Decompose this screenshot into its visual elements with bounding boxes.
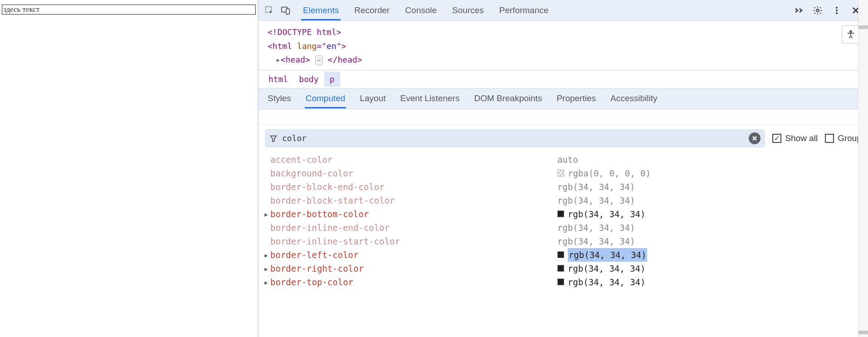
property-value: auto xyxy=(539,153,864,166)
breadcrumb-item-selected[interactable]: p xyxy=(324,72,340,87)
svg-point-4 xyxy=(836,7,838,9)
computed-property-row[interactable]: accent-colorauto xyxy=(258,153,868,166)
computed-property-row[interactable]: border-block-start-colorrgb(34, 34, 34) xyxy=(258,194,868,207)
color-swatch-icon[interactable] xyxy=(557,265,564,272)
dom-line[interactable]: <!DOCTYPE html> xyxy=(268,25,859,39)
kebab-menu-icon[interactable] xyxy=(830,4,844,17)
dom-tree[interactable]: <!DOCTYPE html> <html lang="en"> ▸<head>… xyxy=(258,21,868,70)
group-checkbox[interactable]: Group xyxy=(825,133,862,143)
computed-properties-list: accent-colorautobackground-colorrgba(0, … xyxy=(258,152,868,289)
collapsed-dots-icon[interactable]: ⋯ xyxy=(315,55,323,65)
property-value: rgb(34, 34, 34) xyxy=(539,262,864,275)
subtab-layout[interactable]: Layout xyxy=(359,89,386,108)
filter-icon xyxy=(269,134,278,142)
tab-performance[interactable]: Performance xyxy=(497,1,551,20)
svg-point-7 xyxy=(850,31,852,33)
device-toggle-icon[interactable] xyxy=(278,2,294,19)
property-name: border-inline-start-color xyxy=(270,234,400,248)
property-name: border-inline-end-color xyxy=(270,221,390,234)
filter-input[interactable] xyxy=(282,133,744,143)
subtab-computed[interactable]: Computed xyxy=(305,89,346,108)
property-name: border-block-start-color xyxy=(270,194,395,207)
more-tabs-icon[interactable] xyxy=(792,4,805,17)
dom-line[interactable]: ▸<head> ⋯ </head> xyxy=(268,53,859,67)
styles-subtabs: Styles Computed Layout Event Listeners D… xyxy=(258,88,868,109)
computed-property-row[interactable]: ▸border-top-colorrgb(34, 34, 34) xyxy=(258,275,868,289)
subtab-accessibility[interactable]: Accessibility xyxy=(610,89,658,108)
inspect-icon[interactable] xyxy=(261,2,278,19)
property-name: border-top-color xyxy=(270,275,353,289)
devtools-pane: Elements Recorder Console Sources Perfor… xyxy=(258,0,868,337)
svg-rect-2 xyxy=(286,9,289,14)
tab-console[interactable]: Console xyxy=(403,1,439,20)
svg-point-6 xyxy=(836,12,838,14)
property-name: border-block-end-color xyxy=(270,180,385,194)
doctype: <!DOCTYPE html> xyxy=(268,27,341,37)
page-paragraph: здесь текст xyxy=(2,5,256,15)
property-value: rgb(34, 34, 34) xyxy=(539,180,864,194)
breadcrumb-item[interactable]: body xyxy=(293,72,324,87)
color-swatch-icon[interactable] xyxy=(557,170,564,176)
checkbox-unchecked-icon xyxy=(825,134,834,143)
toolbar-right xyxy=(792,4,863,17)
svg-point-3 xyxy=(816,9,819,12)
subtab-properties[interactable]: Properties xyxy=(556,89,597,108)
property-name: border-right-color xyxy=(270,262,364,275)
subtab-styles[interactable]: Styles xyxy=(267,89,292,108)
clear-filter-icon[interactable] xyxy=(749,132,761,144)
filter-row: ✓ Show all Group xyxy=(258,125,868,152)
property-value: rgb(34, 34, 34) xyxy=(539,221,864,234)
property-value: rgb(34, 34, 34) xyxy=(539,234,864,248)
devtools-toolbar: Elements Recorder Console Sources Perfor… xyxy=(258,0,868,21)
computed-property-row[interactable]: ▸border-right-colorrgb(34, 34, 34) xyxy=(258,262,868,275)
computed-property-row[interactable]: ▸border-left-colorrgb(34, 34, 34) xyxy=(258,248,868,262)
computed-property-row[interactable]: background-colorrgba(0, 0, 0, 0) xyxy=(258,166,868,180)
property-value: rgba(0, 0, 0, 0) xyxy=(539,166,864,180)
expand-arrow-icon[interactable]: ▸ xyxy=(262,248,270,262)
property-value: rgb(34, 34, 34) xyxy=(539,207,864,221)
expand-arrow-icon[interactable]: ▸ xyxy=(262,275,270,289)
show-all-label: Show all xyxy=(785,133,818,143)
scroll-arrow-icon[interactable] xyxy=(858,331,868,334)
box-model-spacer xyxy=(258,109,868,125)
computed-property-row[interactable]: border-inline-end-colorrgb(34, 34, 34) xyxy=(258,221,868,234)
property-name: accent-color xyxy=(270,153,332,166)
accessibility-tree-button[interactable] xyxy=(842,25,860,44)
computed-property-row[interactable]: border-block-end-colorrgb(34, 34, 34) xyxy=(258,180,868,194)
checkbox-checked-icon: ✓ xyxy=(772,134,781,143)
computed-property-row[interactable]: ▸border-bottom-colorrgb(34, 34, 34) xyxy=(258,207,868,221)
filter-box[interactable] xyxy=(265,129,765,147)
show-all-checkbox[interactable]: ✓ Show all xyxy=(772,133,818,143)
color-swatch-icon[interactable] xyxy=(557,210,564,217)
property-value: rgb(34, 34, 34) xyxy=(539,248,864,262)
expand-arrow-icon[interactable]: ▸ xyxy=(276,55,281,64)
property-name: border-bottom-color xyxy=(270,207,369,221)
subtab-dom-breakpoints[interactable]: DOM Breakpoints xyxy=(473,89,543,108)
settings-gear-icon[interactable] xyxy=(811,4,824,17)
dom-line[interactable]: <html lang="en"> xyxy=(268,39,859,54)
rendered-page-pane: здесь текст xyxy=(0,0,258,337)
scroll-arrow-icon[interactable] xyxy=(858,25,868,29)
property-name: border-left-color xyxy=(270,248,358,262)
property-value: rgb(34, 34, 34) xyxy=(539,194,864,207)
devtools-tabs: Elements Recorder Console Sources Perfor… xyxy=(301,1,792,20)
tab-sources[interactable]: Sources xyxy=(450,1,486,20)
computed-property-row[interactable]: border-inline-start-colorrgb(34, 34, 34) xyxy=(258,234,868,248)
property-value: rgb(34, 34, 34) xyxy=(539,275,864,289)
expand-arrow-icon[interactable]: ▸ xyxy=(262,207,270,221)
color-swatch-icon[interactable] xyxy=(557,251,564,258)
vertical-scrollbar[interactable] xyxy=(858,0,868,337)
subtab-event-listeners[interactable]: Event Listeners xyxy=(399,89,460,108)
tab-elements[interactable]: Elements xyxy=(301,1,341,20)
breadcrumb-item[interactable]: html xyxy=(263,72,293,87)
tab-recorder[interactable]: Recorder xyxy=(352,1,391,20)
svg-point-5 xyxy=(836,10,838,11)
property-name: background-color xyxy=(270,166,353,180)
expand-arrow-icon[interactable]: ▸ xyxy=(262,262,270,275)
breadcrumb: html body p xyxy=(258,70,868,88)
color-swatch-icon[interactable] xyxy=(557,278,564,285)
